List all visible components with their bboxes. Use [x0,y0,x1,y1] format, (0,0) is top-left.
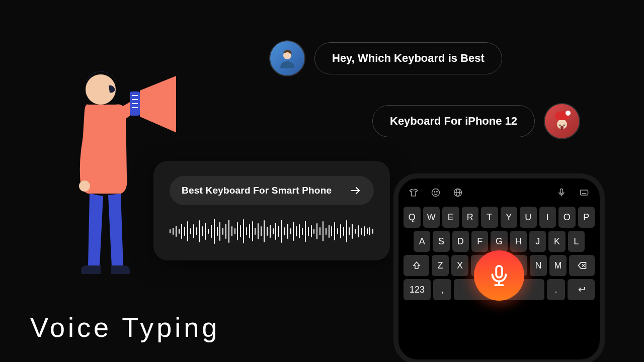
shirt-icon[interactable] [409,188,419,200]
mic-small-icon[interactable] [556,188,567,200]
svg-rect-31 [496,266,502,278]
key-m[interactable]: M [549,255,567,276]
keyboard-toolbar [404,185,595,207]
keyboard-hide-icon[interactable] [579,188,590,200]
chat-bubble-1: Hey, Which Keyboard is Best [314,42,502,74]
key-l[interactable]: L [568,231,585,252]
key-q[interactable]: Q [404,207,421,228]
comma-key[interactable]: , [433,279,451,300]
key-r[interactable]: R [462,207,479,228]
key-k[interactable]: K [548,231,565,252]
page-title: Voice Typing [30,312,220,343]
key-z[interactable]: Z [432,255,449,276]
key-d[interactable]: D [452,231,469,252]
voice-input-card: Best Keyboard For Smart Phone [153,161,390,260]
key-p[interactable]: P [578,207,595,228]
avatar-user-1 [269,40,305,76]
svg-point-11 [566,111,571,116]
svg-point-16 [432,189,440,197]
key-u[interactable]: U [520,207,537,228]
mic-button[interactable] [474,250,524,301]
mic-button-glow [461,238,537,313]
voice-input-pill[interactable]: Best Keyboard For Smart Phone [170,176,374,205]
svg-point-17 [434,192,435,193]
key-o[interactable]: O [558,207,576,228]
key-e[interactable]: E [442,207,459,228]
key-a[interactable]: A [414,231,430,252]
period-key[interactable]: . [547,279,565,300]
backspace-key[interactable] [569,255,595,276]
svg-point-12 [559,125,561,126]
svg-point-14 [560,126,564,130]
keyboard-phone: QWERTYUIOP ASDFGHJKL ZXCVBNM 123 , Space… [393,173,605,362]
emoji-icon[interactable] [431,188,441,200]
key-y[interactable]: Y [501,207,518,228]
audio-waveform [170,216,374,246]
svg-point-13 [564,125,565,126]
arrow-right-icon [349,184,362,197]
globe-icon[interactable] [453,188,463,200]
key-t[interactable]: T [481,207,498,228]
chat-message-2: Keyboard For iPhone 12 [372,103,580,139]
key-w[interactable]: W [423,207,440,228]
shift-key[interactable] [404,255,429,276]
chat-message-1: Hey, Which Keyboard is Best [269,40,502,76]
avatar-user-2 [544,103,580,139]
numeric-key[interactable]: 123 [404,279,431,300]
svg-point-18 [437,192,438,193]
key-s[interactable]: S [433,231,449,252]
key-j[interactable]: J [529,231,546,252]
return-key[interactable] [568,279,595,300]
svg-rect-24 [581,190,588,195]
voice-input-text: Best Keyboard For Smart Phone [182,185,332,196]
svg-point-2 [79,180,90,192]
chat-bubble-2: Keyboard For iPhone 12 [372,105,535,137]
svg-rect-22 [560,189,563,194]
key-i[interactable]: I [539,207,556,228]
